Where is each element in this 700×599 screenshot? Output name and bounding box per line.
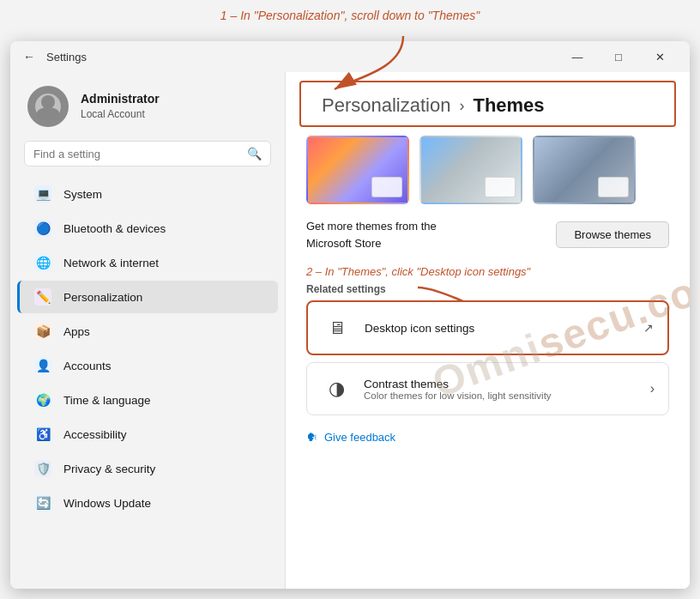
network-icon: 🌐 xyxy=(34,254,51,271)
windows-update-icon: 🔄 xyxy=(34,494,51,511)
user-role: Local Account xyxy=(81,107,160,122)
theme-mini-window-1 xyxy=(371,177,402,197)
contrast-themes-desc: Color themes for low vision, light sensi… xyxy=(364,390,650,401)
external-link-icon: ↗ xyxy=(643,321,654,335)
contrast-themes-item[interactable]: ◑ Contrast themes Color themes for low v… xyxy=(306,362,669,415)
user-info: Administrator Local Account xyxy=(81,91,160,122)
right-panel: Omnisecu.com Personalization › Themes xyxy=(285,72,690,589)
sidebar-item-label-apps: Apps xyxy=(63,325,90,338)
desktop-icon-text: Desktop icon settings xyxy=(365,322,643,335)
theme-thumb-blue[interactable] xyxy=(533,136,636,204)
search-icon: 🔍 xyxy=(247,147,262,160)
close-button[interactable]: ✕ xyxy=(640,43,679,70)
window-controls: — □ ✕ xyxy=(558,43,679,70)
main-content: Administrator Local Account 🔍 💻 System 🔵… xyxy=(10,72,690,589)
theme-grid xyxy=(306,136,669,204)
themes-content: Get more themes from theMicrosoft Store … xyxy=(286,136,690,589)
settings-window: ← Settings — □ ✕ Administrator Local Acc… xyxy=(10,41,690,589)
sidebar: Administrator Local Account 🔍 💻 System 🔵… xyxy=(10,72,285,589)
sidebar-item-accounts[interactable]: 👤 Accounts xyxy=(17,349,278,382)
sidebar-item-label-system: System xyxy=(63,188,102,201)
contrast-themes-title: Contrast themes xyxy=(364,378,650,390)
sidebar-item-personalization[interactable]: ✏️ Personalization xyxy=(17,281,278,313)
breadcrumb-part1: Personalization xyxy=(322,94,450,117)
sidebar-item-apps[interactable]: 📦 Apps xyxy=(17,315,278,348)
feedback-icon: 🗣 xyxy=(306,431,317,444)
window-title: Settings xyxy=(46,51,558,64)
desktop-icon-icon: 🖥 xyxy=(322,312,353,343)
sidebar-item-privacy[interactable]: 🛡️ Privacy & security xyxy=(17,452,278,485)
personalization-icon: ✏️ xyxy=(34,288,51,306)
theme-thumb-colorful[interactable] xyxy=(306,136,409,204)
ms-store-row: Get more themes from theMicrosoft Store … xyxy=(306,218,669,251)
sidebar-item-label-accessibility: Accessibility xyxy=(63,428,127,441)
give-feedback[interactable]: 🗣 Give feedback xyxy=(306,422,669,447)
sidebar-item-label-network: Network & internet xyxy=(63,257,159,269)
sidebar-item-label-accounts: Accounts xyxy=(63,360,112,372)
theme-mini-window-2 xyxy=(485,177,516,197)
sidebar-item-label-bluetooth: Bluetooth & devices xyxy=(63,222,166,235)
search-box[interactable]: 🔍 xyxy=(24,141,271,166)
accounts-icon: 👤 xyxy=(34,357,51,374)
breadcrumb-separator: › xyxy=(459,97,464,115)
privacy-icon: 🛡️ xyxy=(34,460,51,477)
search-input[interactable] xyxy=(33,148,240,160)
sidebar-item-label-privacy: Privacy & security xyxy=(63,463,155,475)
bluetooth-icon: 🔵 xyxy=(34,220,51,237)
sidebar-item-bluetooth[interactable]: 🔵 Bluetooth & devices xyxy=(17,212,278,245)
contrast-themes-text: Contrast themes Color themes for low vis… xyxy=(364,378,650,401)
system-icon: 💻 xyxy=(34,185,51,203)
sidebar-item-label-time: Time & language xyxy=(63,394,151,407)
sidebar-item-accessibility[interactable]: ♿ Accessibility xyxy=(17,418,278,451)
user-profile[interactable]: Administrator Local Account xyxy=(10,72,285,141)
user-name: Administrator xyxy=(81,91,160,108)
minimize-button[interactable]: — xyxy=(558,43,597,70)
title-bar: ← Settings — □ ✕ xyxy=(10,41,690,72)
sidebar-item-label-windows-update: Windows Update xyxy=(63,497,151,510)
browse-themes-button[interactable]: Browse themes xyxy=(556,221,669,248)
ms-store-text: Get more themes from theMicrosoft Store xyxy=(306,218,437,251)
maximize-button[interactable]: □ xyxy=(599,43,638,70)
theme-thumb-light[interactable] xyxy=(419,136,522,204)
back-button[interactable]: ← xyxy=(21,50,38,64)
avatar xyxy=(27,86,69,127)
sidebar-item-time[interactable]: 🌍 Time & language xyxy=(17,384,278,416)
time-icon: 🌍 xyxy=(34,391,51,408)
apps-icon: 📦 xyxy=(34,323,51,340)
accessibility-icon: ♿ xyxy=(34,426,51,443)
feedback-label: Give feedback xyxy=(324,431,395,444)
sidebar-item-windows-update[interactable]: 🔄 Windows Update xyxy=(17,487,278,519)
desktop-icon-settings-item[interactable]: 🖥 Desktop icon settings ↗ xyxy=(306,300,669,355)
contrast-icon: ◑ xyxy=(321,373,352,404)
desktop-icon-title: Desktop icon settings xyxy=(365,322,643,335)
sidebar-item-network[interactable]: 🌐 Network & internet xyxy=(17,246,278,279)
sidebar-item-system[interactable]: 💻 System xyxy=(17,178,278,210)
breadcrumb: Personalization › Themes xyxy=(299,81,676,127)
sidebar-item-label-personalization: Personalization xyxy=(63,291,142,304)
chevron-right-icon: › xyxy=(650,381,655,396)
breadcrumb-part2: Themes xyxy=(473,94,544,117)
instruction-1-text: 1 – In "Personalization", scroll down to… xyxy=(0,0,700,27)
theme-mini-window-3 xyxy=(598,177,629,197)
instruction-2-text: 2 – In "Themes", click "Desktop icon set… xyxy=(306,265,669,278)
